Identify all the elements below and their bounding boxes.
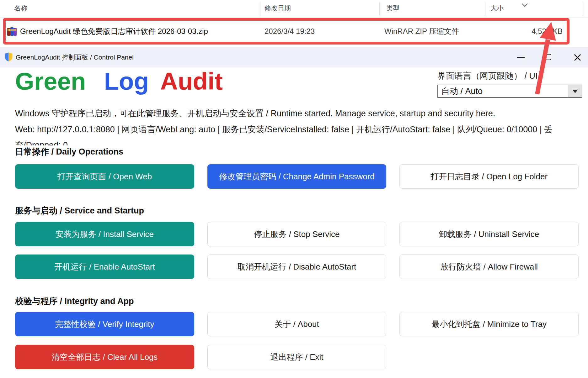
screen: 名称 修改日期 类型 大小 GreenLogAudit 绿色免费版日志审计软件 … <box>0 0 588 378</box>
disable-autostart-button[interactable]: 取消开机运行 / Disable AutoStart <box>207 255 387 279</box>
change-admin-password-button[interactable]: 修改管理员密码 / Change Admin Password <box>207 164 387 189</box>
section-title-service-startup: 服务与启动 / Service and Startup <box>15 205 144 216</box>
file-row-zip[interactable]: GreenLogAudit 绿色免费版日志审计软件 2026-03-03.zip… <box>0 18 588 45</box>
section-title-integrity-app: 校验与程序 / Integrity and App <box>15 296 134 307</box>
control-panel-window: GreenLogAudit 控制面板 / Control Panel Green… <box>0 47 588 378</box>
maximize-icon[interactable] <box>540 49 556 66</box>
title-bar: GreenLogAudit 控制面板 / Control Panel <box>0 47 588 67</box>
column-header-type[interactable]: 类型 <box>386 4 399 13</box>
file-type: WinRAR ZIP 压缩文件 <box>384 26 459 36</box>
window-title: GreenLogAudit 控制面板 / Control Panel <box>16 53 134 62</box>
language-select[interactable]: 自动 / Auto <box>437 85 582 98</box>
logo-word-green: Green <box>15 67 86 95</box>
column-divider[interactable] <box>485 2 485 16</box>
file-size: 4,525 KB <box>489 27 563 36</box>
column-divider[interactable] <box>583 2 583 16</box>
app-logo: GreenLogAudit <box>15 69 223 93</box>
about-button[interactable]: 关于 / About <box>207 312 387 336</box>
enable-autostart-button[interactable]: 开机运行 / Enable AutoStart <box>15 255 194 279</box>
file-modified-date: 2026/3/4 19:23 <box>265 27 315 36</box>
file-name: GreenLogAudit 绿色免费版日志审计软件 2026-03-03.zip <box>20 26 208 36</box>
file-explorer-pane: 名称 修改日期 类型 大小 GreenLogAudit 绿色免费版日志审计软件 … <box>0 0 588 47</box>
header-separator <box>0 17 588 18</box>
install-service-button[interactable]: 安装为服务 / Install Service <box>15 222 194 246</box>
button-row: 清空全部日志 / Clear All Logs 退出程序 / Exit <box>15 345 579 369</box>
open-web-button[interactable]: 打开查询页面 / Open Web <box>15 164 194 189</box>
runtime-status-text: Windows 守护程序已启动，可在此管理服务、开机启动与安全设置 / Runt… <box>15 108 583 119</box>
column-header-name[interactable]: 名称 <box>14 4 27 13</box>
clear-all-logs-button[interactable]: 清空全部日志 / Clear All Logs <box>15 345 194 369</box>
verify-integrity-button[interactable]: 完整性校验 / Verify Integrity <box>15 312 194 336</box>
runtime-info-text: Web: http://127.0.0.1:8080 | 网页语言/WebLan… <box>15 122 584 145</box>
logo-word-audit: Audit <box>160 67 222 95</box>
button-row: 安装为服务 / Install Service 停止服务 / Stop Serv… <box>15 222 579 246</box>
button-row: 开机运行 / Enable AutoStart 取消开机运行 / Disable… <box>15 255 579 279</box>
stop-service-button[interactable]: 停止服务 / Stop Service <box>207 222 387 246</box>
language-select-value: 自动 / Auto <box>438 86 568 97</box>
exit-button[interactable]: 退出程序 / Exit <box>207 345 387 369</box>
button-row: 打开查询页面 / Open Web 修改管理员密码 / Change Admin… <box>15 164 579 189</box>
column-header-modified[interactable]: 修改日期 <box>265 4 291 13</box>
winrar-zip-icon <box>7 27 17 36</box>
column-divider[interactable] <box>379 2 380 16</box>
chevron-down-icon <box>572 90 578 93</box>
allow-firewall-button[interactable]: 放行防火墙 / Allow Firewall <box>399 255 579 279</box>
uac-shield-icon <box>4 52 13 62</box>
close-icon[interactable] <box>569 49 585 66</box>
language-label: 界面语言（网页跟随） / UI <box>437 70 582 81</box>
section-title-daily-operations: 日常操作 / Daily Operations <box>15 146 123 157</box>
sort-chevron-down-icon[interactable] <box>522 1 527 7</box>
minimize-to-tray-button[interactable]: 最小化到托盘 / Minimize to Tray <box>399 312 579 336</box>
select-dropdown-button[interactable] <box>568 85 582 97</box>
minimize-icon[interactable] <box>513 49 529 66</box>
logo-word-log: Log <box>104 67 149 95</box>
button-row: 完整性校验 / Verify Integrity 关于 / About 最小化到… <box>15 312 579 336</box>
column-header-size[interactable]: 大小 <box>490 4 504 13</box>
column-divider[interactable] <box>260 2 260 16</box>
uninstall-service-button[interactable]: 卸载服务 / Uninstall Service <box>399 222 579 246</box>
open-log-folder-button[interactable]: 打开日志目录 / Open Log Folder <box>399 164 579 189</box>
